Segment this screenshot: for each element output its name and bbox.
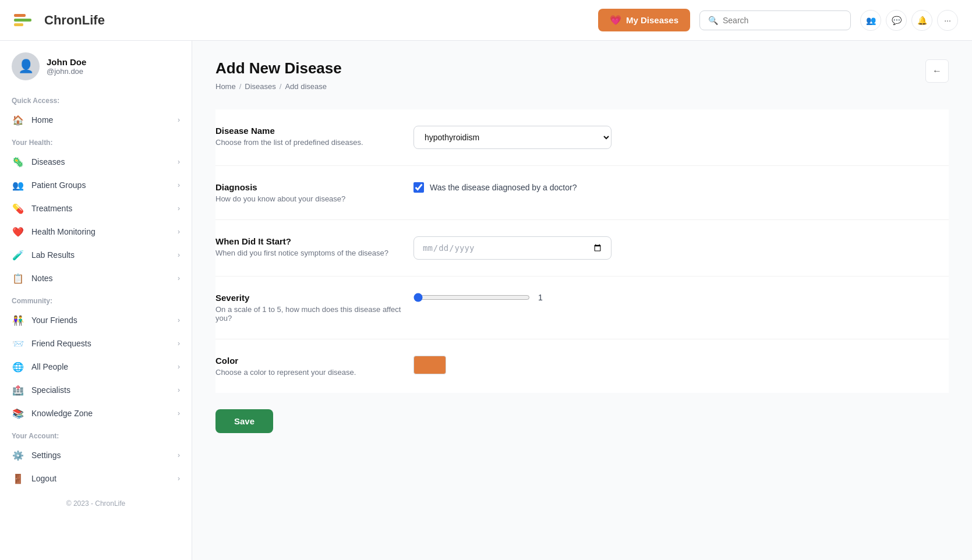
sidebar-item-all-people[interactable]: 🌐 All People ›	[0, 355, 192, 378]
chevron-icon: ›	[178, 451, 180, 459]
breadcrumb: Home / Diseases / Add disease	[215, 82, 342, 91]
sidebar-item-specialists[interactable]: 🏥 Specialists ›	[0, 378, 192, 402]
sidebar-footer: © 2023 - ChronLife	[0, 490, 192, 517]
your-friends-icon: 👫	[12, 314, 24, 327]
app-name: ChronLife	[44, 13, 105, 28]
patient-groups-icon: 👥	[12, 179, 24, 192]
sidebar-item-home[interactable]: 🏠 Home ›	[0, 108, 192, 132]
chevron-icon: ›	[178, 386, 180, 394]
sidebar-item-patient-groups[interactable]: 👥 Patient Groups ›	[0, 173, 192, 197]
sidebar-user: 👤 John Doe @john.doe	[0, 41, 192, 90]
form-row-diagnosis: Diagnosis How do you know about your dis…	[215, 166, 949, 220]
nav-icons: 👥 💬 🔔 ···	[860, 10, 958, 31]
sidebar-item-label: Friend Requests	[31, 339, 178, 348]
start-date-input[interactable]	[413, 236, 612, 260]
your-health-label: Your Health:	[0, 132, 192, 150]
chevron-icon: ›	[178, 474, 180, 483]
sidebar-item-health-monitoring[interactable]: ❤️ Health Monitoring ›	[0, 220, 192, 243]
treatments-icon: 💊	[12, 202, 24, 215]
your-account-label: Your Account:	[0, 425, 192, 444]
sidebar-item-settings[interactable]: ⚙️ Settings ›	[0, 444, 192, 467]
chevron-icon: ›	[178, 204, 180, 212]
color-label: Color	[215, 356, 413, 366]
diagnosis-desc: How do you know about your disease?	[215, 194, 413, 203]
community-label: Community:	[0, 290, 192, 309]
sidebar-item-lab-results[interactable]: 🧪 Lab Results ›	[0, 243, 192, 267]
disease-name-select[interactable]: hypothyroidism hyperthyroidism diabetes …	[413, 126, 612, 149]
sidebar-item-label: Health Monitoring	[31, 227, 178, 236]
disease-name-label: Disease Name	[215, 126, 413, 136]
save-button[interactable]: Save	[215, 409, 273, 433]
add-disease-form: Disease Name Choose from the list of pre…	[215, 109, 949, 393]
all-people-icon: 🌐	[12, 360, 24, 373]
breadcrumb-current[interactable]: Add disease	[285, 82, 327, 91]
form-row-disease-name: Disease Name Choose from the list of pre…	[215, 109, 949, 166]
logout-icon: 🚪	[12, 472, 24, 485]
severity-label: Severity	[215, 293, 413, 303]
sidebar-item-logout[interactable]: 🚪 Logout ›	[0, 467, 192, 490]
chat-icon-button[interactable]: 💬	[886, 10, 907, 31]
settings-icon: ⚙️	[12, 449, 24, 462]
chevron-icon: ›	[178, 251, 180, 259]
disease-name-desc: Choose from the list of predefined disea…	[215, 138, 413, 147]
chevron-icon: ›	[178, 181, 180, 189]
sidebar-item-label: Knowledge Zone	[31, 409, 178, 418]
page-title: Add New Disease	[215, 59, 342, 77]
sidebar-item-label: Logout	[31, 474, 178, 483]
my-diseases-button[interactable]: 💗 My Diseases	[598, 9, 690, 31]
start-date-label: When Did It Start?	[215, 236, 413, 246]
severity-value: 1	[538, 293, 543, 302]
chevron-icon: ›	[178, 409, 180, 417]
quick-access-label: Quick Access:	[0, 90, 192, 108]
sidebar-item-label: Lab Results	[31, 250, 178, 260]
sidebar-item-label: Notes	[31, 274, 178, 283]
form-row-severity: Severity On a scale of 1 to 5, how much …	[215, 277, 949, 339]
more-icon-button[interactable]: ···	[937, 10, 958, 31]
sidebar-item-knowledge-zone[interactable]: 📚 Knowledge Zone ›	[0, 402, 192, 425]
logo-icon	[14, 12, 40, 29]
lab-results-icon: 🧪	[12, 249, 24, 261]
sidebar-item-friend-requests[interactable]: 📨 Friend Requests ›	[0, 332, 192, 355]
chevron-icon: ›	[178, 316, 180, 324]
home-icon: 🏠	[12, 114, 24, 126]
knowledge-zone-icon: 📚	[12, 407, 24, 420]
diagnosis-checkbox-label[interactable]: Was the disease diagnosed by a doctor?	[413, 182, 949, 193]
chevron-icon: ›	[178, 158, 180, 166]
form-row-color: Color Choose a color to represent your d…	[215, 339, 949, 393]
start-date-desc: When did you first notice symptoms of th…	[215, 249, 413, 257]
severity-slider[interactable]	[413, 293, 530, 302]
health-monitoring-icon: ❤️	[12, 225, 24, 238]
sidebar-item-your-friends[interactable]: 👫 Your Friends ›	[0, 309, 192, 332]
logo: ChronLife	[14, 12, 105, 29]
breadcrumb-diseases[interactable]: Diseases	[245, 82, 275, 91]
back-button[interactable]: ←	[925, 59, 949, 83]
chevron-icon: ›	[178, 116, 180, 124]
form-row-start-date: When Did It Start? When did you first no…	[215, 220, 949, 277]
chevron-icon: ›	[178, 363, 180, 371]
diagnosis-checkbox-text: Was the disease diagnosed by a doctor?	[430, 183, 577, 192]
search-box: 🔍	[699, 10, 851, 30]
breadcrumb-sep-1: /	[239, 82, 242, 91]
color-swatch[interactable]	[413, 356, 446, 374]
chevron-icon: ›	[178, 339, 180, 348]
sidebar-item-diseases[interactable]: 🦠 Diseases ›	[0, 150, 192, 173]
user-handle: @john.doe	[47, 67, 86, 76]
search-input[interactable]	[723, 16, 842, 25]
sidebar-item-treatments[interactable]: 💊 Treatments ›	[0, 197, 192, 220]
sidebar: 👤 John Doe @john.doe Quick Access: 🏠 Hom…	[0, 41, 192, 560]
sidebar-item-label: Diseases	[31, 157, 178, 166]
diagnosis-checkbox[interactable]	[413, 182, 424, 193]
bell-icon-button[interactable]: 🔔	[911, 10, 932, 31]
friend-requests-icon: 📨	[12, 337, 24, 350]
color-desc: Choose a color to represent your disease…	[215, 368, 413, 377]
sidebar-item-label: Specialists	[31, 385, 178, 395]
breadcrumb-home[interactable]: Home	[215, 82, 236, 91]
diagnosis-label: Diagnosis	[215, 182, 413, 192]
sidebar-item-label: Treatments	[31, 204, 178, 213]
avatar: 👤	[12, 52, 40, 80]
sidebar-item-label: Your Friends	[31, 316, 178, 325]
search-icon: 🔍	[708, 16, 718, 25]
notes-icon: 📋	[12, 272, 24, 285]
people-icon-button[interactable]: 👥	[860, 10, 881, 31]
sidebar-item-notes[interactable]: 📋 Notes ›	[0, 267, 192, 290]
